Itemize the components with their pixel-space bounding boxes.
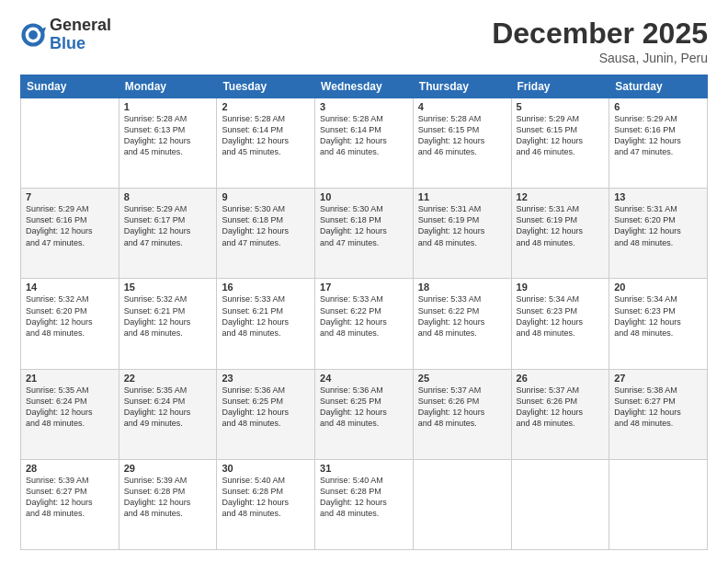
col-header-sunday: Sunday [21,75,119,98]
day-number: 26 [517,373,605,384]
day-number: 9 [222,191,310,202]
title-block: December 2025 Sausa, Junin, Peru [492,17,708,65]
calendar-cell: 28Sunrise: 5:39 AM Sunset: 6:27 PM Dayli… [21,459,119,549]
day-number: 19 [517,282,605,293]
day-number: 10 [320,191,408,202]
calendar-cell: 4Sunrise: 5:28 AM Sunset: 6:15 PM Daylig… [413,98,511,189]
calendar-cell: 14Sunrise: 5:32 AM Sunset: 6:20 PM Dayli… [21,279,119,369]
calendar-cell: 12Sunrise: 5:31 AM Sunset: 6:19 PM Dayli… [511,189,609,279]
calendar-cell: 5Sunrise: 5:29 AM Sunset: 6:15 PM Daylig… [511,98,609,189]
day-number: 1 [124,101,212,112]
cell-info: Sunrise: 5:31 AM Sunset: 6:19 PM Dayligh… [517,203,605,248]
header-row: SundayMondayTuesdayWednesdayThursdayFrid… [21,75,708,98]
cell-info: Sunrise: 5:35 AM Sunset: 6:24 PM Dayligh… [124,385,212,430]
calendar-cell: 13Sunrise: 5:31 AM Sunset: 6:20 PM Dayli… [609,189,708,279]
day-number: 13 [614,191,702,202]
location: Sausa, Junin, Peru [492,51,708,65]
calendar-cell: 25Sunrise: 5:37 AM Sunset: 6:26 PM Dayli… [413,369,511,459]
day-number: 29 [124,463,212,474]
svg-point-2 [28,30,38,40]
calendar-cell [511,459,609,549]
calendar-cell: 17Sunrise: 5:33 AM Sunset: 6:22 PM Dayli… [315,279,414,369]
week-row-0: 1Sunrise: 5:28 AM Sunset: 6:13 PM Daylig… [21,98,708,189]
month-title: December 2025 [492,17,708,51]
col-header-thursday: Thursday [413,75,511,98]
cell-info: Sunrise: 5:31 AM Sunset: 6:20 PM Dayligh… [614,203,702,248]
day-number: 16 [222,282,310,293]
calendar-cell: 27Sunrise: 5:38 AM Sunset: 6:27 PM Dayli… [609,369,708,459]
cell-info: Sunrise: 5:31 AM Sunset: 6:19 PM Dayligh… [418,203,506,248]
calendar-cell: 18Sunrise: 5:33 AM Sunset: 6:22 PM Dayli… [413,279,511,369]
cell-info: Sunrise: 5:40 AM Sunset: 6:28 PM Dayligh… [222,475,310,520]
day-number: 7 [26,191,114,202]
calendar-cell: 15Sunrise: 5:32 AM Sunset: 6:21 PM Dayli… [119,279,217,369]
calendar-cell: 1Sunrise: 5:28 AM Sunset: 6:13 PM Daylig… [119,98,217,189]
cell-info: Sunrise: 5:28 AM Sunset: 6:15 PM Dayligh… [418,113,506,158]
col-header-wednesday: Wednesday [315,75,414,98]
cell-info: Sunrise: 5:29 AM Sunset: 6:17 PM Dayligh… [124,203,212,248]
logo-text: General Blue [50,17,111,53]
cell-info: Sunrise: 5:35 AM Sunset: 6:24 PM Dayligh… [26,385,114,430]
col-header-tuesday: Tuesday [217,75,315,98]
calendar-cell: 19Sunrise: 5:34 AM Sunset: 6:23 PM Dayli… [511,279,609,369]
calendar-cell: 7Sunrise: 5:29 AM Sunset: 6:16 PM Daylig… [21,189,119,279]
day-number: 22 [124,373,212,384]
calendar-cell: 31Sunrise: 5:40 AM Sunset: 6:28 PM Dayli… [315,459,414,549]
calendar-cell: 26Sunrise: 5:37 AM Sunset: 6:26 PM Dayli… [511,369,609,459]
calendar-cell: 23Sunrise: 5:36 AM Sunset: 6:25 PM Dayli… [217,369,315,459]
cell-info: Sunrise: 5:28 AM Sunset: 6:14 PM Dayligh… [320,113,408,158]
col-header-friday: Friday [511,75,609,98]
cell-info: Sunrise: 5:36 AM Sunset: 6:25 PM Dayligh… [222,385,310,430]
cell-info: Sunrise: 5:39 AM Sunset: 6:27 PM Dayligh… [26,475,114,520]
cell-info: Sunrise: 5:37 AM Sunset: 6:26 PM Dayligh… [517,385,605,430]
cell-info: Sunrise: 5:29 AM Sunset: 6:16 PM Dayligh… [26,203,114,248]
day-number: 4 [418,101,506,112]
cell-info: Sunrise: 5:33 AM Sunset: 6:22 PM Dayligh… [320,293,408,339]
day-number: 14 [26,282,114,293]
day-number: 27 [614,373,702,384]
calendar-cell [21,98,119,189]
day-number: 3 [320,101,408,112]
day-number: 15 [124,282,212,293]
week-row-1: 7Sunrise: 5:29 AM Sunset: 6:16 PM Daylig… [21,189,708,279]
calendar-cell [609,459,708,549]
day-number: 24 [320,373,408,384]
calendar-cell: 24Sunrise: 5:36 AM Sunset: 6:25 PM Dayli… [315,369,414,459]
day-number: 21 [26,373,114,384]
day-number: 30 [222,463,310,474]
day-number: 31 [320,463,408,474]
cell-info: Sunrise: 5:32 AM Sunset: 6:21 PM Dayligh… [124,293,212,339]
calendar-cell: 20Sunrise: 5:34 AM Sunset: 6:23 PM Dayli… [609,279,708,369]
page: General Blue December 2025 Sausa, Junin,… [0,0,728,563]
calendar-cell: 16Sunrise: 5:33 AM Sunset: 6:21 PM Dayli… [217,279,315,369]
day-number: 8 [124,191,212,202]
day-number: 17 [320,282,408,293]
logo: General Blue [20,17,111,53]
col-header-saturday: Saturday [609,75,708,98]
day-number: 28 [26,463,114,474]
day-number: 5 [517,101,605,112]
calendar-cell: 3Sunrise: 5:28 AM Sunset: 6:14 PM Daylig… [315,98,414,189]
day-number: 12 [517,191,605,202]
day-number: 18 [418,282,506,293]
cell-info: Sunrise: 5:34 AM Sunset: 6:23 PM Dayligh… [517,293,605,339]
calendar-cell: 21Sunrise: 5:35 AM Sunset: 6:24 PM Dayli… [21,369,119,459]
cell-info: Sunrise: 5:33 AM Sunset: 6:22 PM Dayligh… [418,293,506,339]
cell-info: Sunrise: 5:30 AM Sunset: 6:18 PM Dayligh… [222,203,310,248]
calendar-cell: 22Sunrise: 5:35 AM Sunset: 6:24 PM Dayli… [119,369,217,459]
calendar-cell: 8Sunrise: 5:29 AM Sunset: 6:17 PM Daylig… [119,189,217,279]
cell-info: Sunrise: 5:39 AM Sunset: 6:28 PM Dayligh… [124,475,212,520]
logo-icon [20,22,46,48]
calendar-cell: 30Sunrise: 5:40 AM Sunset: 6:28 PM Dayli… [217,459,315,549]
cell-info: Sunrise: 5:38 AM Sunset: 6:27 PM Dayligh… [614,385,702,430]
cell-info: Sunrise: 5:29 AM Sunset: 6:15 PM Dayligh… [517,113,605,158]
calendar-cell [413,459,511,549]
calendar-cell: 9Sunrise: 5:30 AM Sunset: 6:18 PM Daylig… [217,189,315,279]
calendar-cell: 29Sunrise: 5:39 AM Sunset: 6:28 PM Dayli… [119,459,217,549]
logo-blue: Blue [50,35,111,53]
col-header-monday: Monday [119,75,217,98]
day-number: 20 [614,282,702,293]
header: General Blue December 2025 Sausa, Junin,… [20,17,708,65]
calendar-body: 1Sunrise: 5:28 AM Sunset: 6:13 PM Daylig… [21,98,708,550]
cell-info: Sunrise: 5:34 AM Sunset: 6:23 PM Dayligh… [614,293,702,339]
